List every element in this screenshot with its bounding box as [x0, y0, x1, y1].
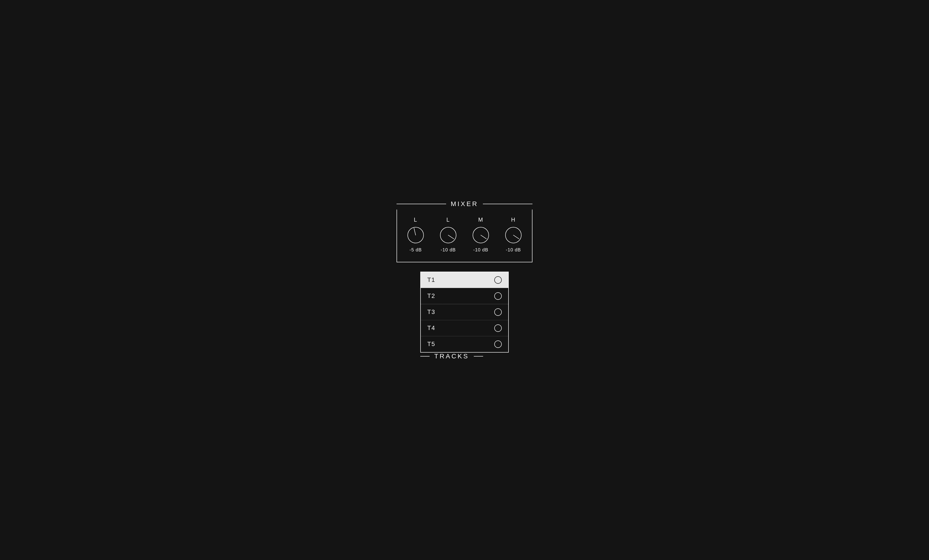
main-container: MIXER L -5 dB L — [397, 200, 532, 360]
track-icon-t2 — [494, 292, 502, 300]
svg-line-1 — [414, 228, 415, 235]
tracks-line-left — [420, 356, 429, 357]
tracks-section: T1 T2 T3 T4 T5 — [420, 272, 509, 360]
track-icon-t5 — [494, 340, 502, 348]
track-label-t1: T1 — [427, 276, 435, 283]
knob-value-4: -10 dB — [506, 247, 521, 252]
knob-4[interactable] — [504, 226, 523, 245]
track-icon-t4 — [494, 324, 502, 332]
track-row-t5[interactable]: T5 — [421, 336, 508, 352]
knob-channel-label-2: L — [446, 217, 450, 223]
tracks-line-right — [474, 356, 483, 357]
track-row-t2[interactable]: T2 — [421, 288, 508, 304]
mixer-line-right — [483, 204, 532, 204]
knob-group-4: H -10 dB — [504, 217, 523, 252]
track-row-t3[interactable]: T3 — [421, 304, 508, 320]
knob-channel-label-1: L — [414, 217, 417, 223]
knob-2[interactable] — [439, 226, 457, 245]
tracks-title: TRACKS — [429, 353, 474, 360]
knob-1[interactable] — [406, 226, 425, 245]
track-label-t4: T4 — [427, 324, 435, 332]
mixer-title: MIXER — [446, 200, 483, 208]
track-icon-t3 — [494, 308, 502, 316]
mixer-line-left — [397, 204, 446, 204]
knob-group-1: L -5 dB — [406, 217, 425, 252]
svg-line-3 — [448, 235, 454, 239]
knob-group-2: L -10 dB — [439, 217, 457, 252]
knob-value-3: -10 dB — [473, 247, 489, 252]
knob-channel-label-3: M — [478, 217, 483, 223]
track-label-t5: T5 — [427, 340, 435, 348]
mixer-section: MIXER L -5 dB L — [397, 200, 532, 262]
tracks-list: T1 T2 T3 T4 T5 — [420, 272, 509, 353]
knob-channel-label-4: H — [511, 217, 515, 223]
svg-line-7 — [514, 235, 519, 239]
track-row-t1[interactable]: T1 — [421, 272, 508, 288]
svg-line-5 — [481, 235, 486, 239]
knob-3[interactable] — [472, 226, 490, 245]
track-icon-t1 — [494, 276, 502, 284]
track-row-t4[interactable]: T4 — [421, 320, 508, 336]
knob-value-2: -10 dB — [441, 247, 456, 252]
track-label-t3: T3 — [427, 308, 435, 315]
knob-group-3: M -10 dB — [472, 217, 490, 252]
tracks-label-row: TRACKS — [420, 353, 509, 360]
knob-value-1: -5 dB — [409, 247, 422, 252]
track-label-t2: T2 — [427, 292, 435, 300]
mixer-controls: L -5 dB L — [397, 210, 532, 262]
mixer-label-row: MIXER — [397, 200, 532, 208]
